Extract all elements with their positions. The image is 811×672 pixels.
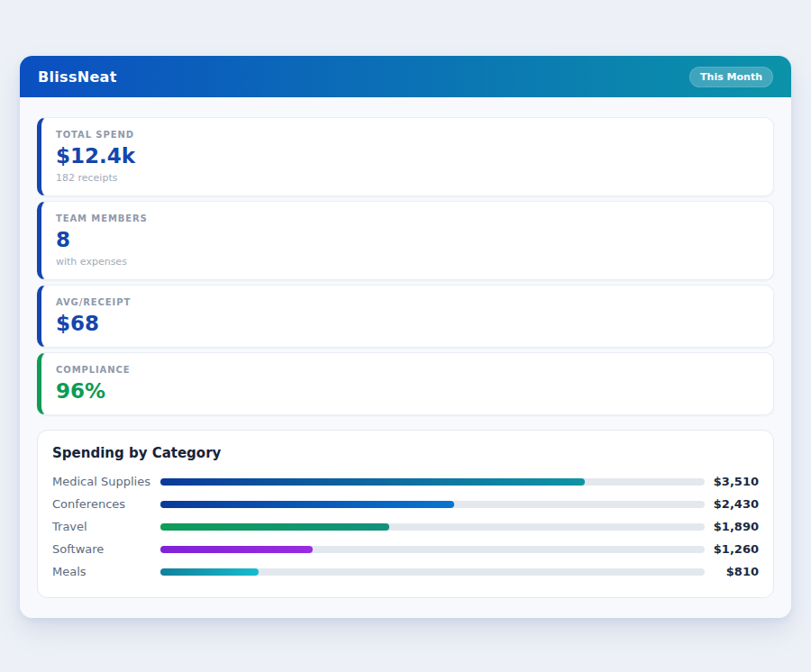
- bar-fill: [160, 546, 313, 553]
- bar-track: [160, 546, 705, 553]
- period-badge[interactable]: This Month: [689, 67, 773, 87]
- chart-row: Software$1,260: [52, 538, 759, 560]
- chart-row: Meals$810: [52, 560, 759, 583]
- stat-subtitle: 182 receipts: [56, 172, 759, 185]
- stat-label: TEAM MEMBERS: [56, 213, 759, 223]
- stats-list: TOTAL SPEND$12.4k182 receiptsTEAM MEMBER…: [37, 117, 774, 415]
- bar-fill: [160, 523, 389, 531]
- category-value: $810: [705, 565, 759, 578]
- category-label: Conferences: [52, 497, 160, 511]
- stat-subtitle: with expenses: [56, 256, 759, 268]
- chart-title: Spending by Category: [52, 445, 759, 462]
- chart-rows: Medical Supplies$3,510Conferences$2,430T…: [52, 470, 759, 583]
- chart-row: Conferences$2,430: [52, 493, 759, 515]
- bar-track: [160, 523, 705, 531]
- bar-track: [160, 501, 705, 508]
- stat-value: 96%: [56, 379, 759, 404]
- stat-label: AVG/RECEIPT: [56, 297, 759, 307]
- category-value: $3,510: [705, 475, 759, 488]
- stat-card: COMPLIANCE96%: [37, 352, 774, 415]
- stat-card: AVG/RECEIPT$68: [37, 285, 774, 348]
- app-title: BlissNeat: [38, 68, 117, 86]
- spending-by-category-panel: Spending by Category Medical Supplies$3,…: [37, 430, 774, 598]
- stat-card: TOTAL SPEND$12.4k182 receipts: [37, 117, 774, 196]
- category-value: $2,430: [705, 497, 759, 511]
- bar-track: [160, 478, 705, 486]
- category-value: $1,890: [705, 520, 759, 533]
- stat-value: 8: [56, 228, 759, 252]
- bar-fill: [160, 478, 585, 486]
- bar-fill: [160, 568, 259, 576]
- category-label: Travel: [52, 520, 160, 533]
- category-label: Software: [52, 542, 160, 556]
- stat-value: $68: [56, 312, 759, 336]
- category-label: Medical Supplies: [52, 475, 160, 488]
- dashboard-body: TOTAL SPEND$12.4k182 receiptsTEAM MEMBER…: [20, 97, 791, 618]
- stat-card: TEAM MEMBERS8with expenses: [37, 201, 774, 280]
- stat-label: TOTAL SPEND: [56, 130, 759, 140]
- category-value: $1,260: [705, 542, 759, 556]
- bar-fill: [160, 501, 454, 508]
- expense-dashboard-card: BlissNeat This Month TOTAL SPEND$12.4k18…: [20, 56, 791, 618]
- chart-row: Travel$1,890: [52, 515, 759, 538]
- category-label: Meals: [52, 565, 160, 578]
- stat-label: COMPLIANCE: [56, 365, 759, 375]
- stat-value: $12.4k: [56, 144, 759, 168]
- chart-row: Medical Supplies$3,510: [52, 470, 759, 493]
- app-header: BlissNeat This Month: [20, 56, 791, 97]
- bar-track: [160, 568, 705, 576]
